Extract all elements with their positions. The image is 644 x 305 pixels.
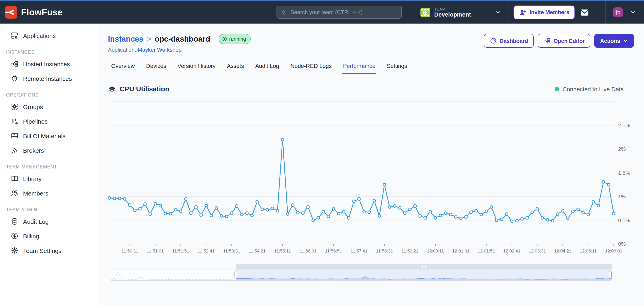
pie-chart-icon — [489, 37, 497, 44]
svg-text:12:02:41: 12:02:41 — [503, 249, 520, 254]
svg-text:11:54:21: 11:54:21 — [249, 249, 266, 254]
tab-node-red-logs[interactable]: Node-RED Logs — [290, 59, 332, 74]
svg-text:2.5%: 2.5% — [618, 122, 630, 128]
button-label: Open Editor — [554, 38, 585, 44]
top-navbar: FlowFuse TEAM: Development — [0, 1, 644, 23]
sidebar-item-pipelines[interactable]: Pipelines — [0, 114, 98, 128]
tab-overview[interactable]: Overview — [111, 59, 135, 74]
brush-track[interactable] — [110, 269, 612, 281]
svg-text:12:00:11: 12:00:11 — [427, 249, 444, 254]
svg-text:1%: 1% — [618, 194, 626, 200]
live-status-dot-icon — [555, 87, 559, 91]
sidebar-item-bill-of-materials[interactable]: Bill Of Materials — [0, 128, 98, 143]
tab-settings[interactable]: Settings — [386, 59, 408, 74]
members-icon — [10, 189, 18, 197]
sidebar-item-label: Applications — [23, 32, 56, 39]
svg-text:12:01:01: 12:01:01 — [452, 249, 470, 254]
billing-icon — [10, 232, 18, 240]
svg-text:0.5%: 0.5% — [618, 217, 630, 223]
team-switcher[interactable]: TEAM: Development — [420, 1, 504, 23]
svg-text:12:04:21: 12:04:21 — [554, 249, 572, 254]
tab-version-history[interactable]: Version History — [177, 59, 216, 74]
brush-drag-bar[interactable] — [236, 264, 612, 269]
header-actions: DashboardOpen EditorActions — [484, 34, 634, 48]
brush-left-handle[interactable] — [234, 272, 237, 278]
actions-button[interactable]: Actions — [594, 34, 634, 48]
tab-audit-log[interactable]: Audit Log — [255, 59, 280, 74]
team-settings-icon — [10, 247, 18, 255]
sidebar-item-billing[interactable]: Billing — [0, 229, 98, 243]
cpu-utilisation-chart: 0%0.5%1%1.5%2%2.5%11:50:1111:51:0111:51:… — [108, 97, 633, 259]
status-badge: running — [219, 34, 250, 44]
tab-assets[interactable]: Assets — [226, 59, 244, 74]
tab-performance[interactable]: Performance — [342, 59, 376, 74]
remote-instances-icon — [10, 74, 18, 82]
svg-text:11:55:11: 11:55:11 — [274, 249, 291, 254]
application-label: Application: — [108, 47, 136, 53]
sidebar-item-library[interactable]: Library — [0, 171, 98, 186]
team-name: Development — [434, 11, 471, 18]
sidebar-item-audit-log[interactable]: Audit Log — [0, 214, 98, 229]
svg-text:11:53:31: 11:53:31 — [223, 249, 240, 254]
dashboard-button[interactable]: Dashboard — [484, 34, 534, 48]
brokers-icon — [10, 146, 18, 154]
panel-title-label: CPU Utilisation — [120, 85, 170, 93]
svg-text:12:05:11: 12:05:11 — [580, 249, 597, 254]
app-window: FlowFuse TEAM: Development — [0, 0, 644, 305]
open-editor-icon — [543, 37, 550, 44]
library-icon — [10, 175, 18, 183]
notifications-button[interactable] — [580, 8, 590, 17]
svg-text:11:56:51: 11:56:51 — [325, 249, 342, 254]
team-identicon — [420, 7, 430, 17]
sidebar-item-label: Remote Instances — [23, 75, 72, 82]
brush-right-handle[interactable] — [609, 272, 612, 278]
sidebar-item-label: Hosted Instances — [23, 60, 70, 67]
invite-members-label: Invite Members — [530, 9, 570, 15]
application-line: Application: Mayker Workshop — [108, 47, 182, 53]
svg-text:11:57:41: 11:57:41 — [350, 249, 368, 254]
sidebar-item-hosted-instances[interactable]: Hosted Instances — [0, 56, 98, 71]
breadcrumb-separator: > — [147, 35, 151, 43]
breadcrumb-instances-link[interactable]: Instances — [108, 34, 143, 43]
user-plus-icon — [519, 9, 526, 16]
hosted-instances-icon — [10, 60, 18, 68]
user-menu-chevron-icon[interactable] — [630, 9, 636, 15]
user-avatar[interactable]: jp — [613, 7, 623, 17]
application-link[interactable]: Mayker Workshop — [138, 47, 182, 53]
mail-icon — [580, 8, 590, 17]
flowfuse-logo[interactable]: FlowFuse — [5, 1, 63, 23]
tab-bar: OverviewDevicesVersion HistoryAssetsAudi… — [98, 59, 644, 74]
chevron-down-icon — [623, 38, 628, 43]
search-input[interactable] — [290, 9, 398, 15]
sidebar-item-brokers[interactable]: Brokers — [0, 143, 98, 158]
button-label: Actions — [600, 38, 620, 44]
sidebar-item-groups[interactable]: Groups — [0, 99, 98, 114]
tab-devices[interactable]: Devices — [146, 59, 167, 74]
svg-text:11:58:31: 11:58:31 — [376, 249, 393, 254]
svg-text:11:52:41: 11:52:41 — [198, 249, 215, 254]
bill-of-materials-icon — [10, 132, 18, 140]
nav-divider — [571, 1, 571, 23]
sidebar-item-label: Bill Of Materials — [23, 132, 66, 139]
sidebar-item-remote-instances[interactable]: Remote Instances — [0, 71, 98, 86]
nav-divider — [415, 1, 415, 23]
sidebar-item-team-settings[interactable]: Team Settings — [0, 243, 98, 258]
svg-text:12:06:01: 12:06:01 — [605, 249, 622, 254]
team-search[interactable] — [276, 6, 402, 18]
invite-members-button[interactable]: Invite Members — [514, 5, 575, 19]
chevron-down-icon — [495, 9, 501, 15]
nav-divider — [605, 1, 606, 23]
open-editor-button[interactable]: Open Editor — [538, 34, 590, 48]
sidebar-item-label: Billing — [23, 233, 39, 239]
flowfuse-logo-icon — [5, 6, 18, 18]
svg-text:11:56:01: 11:56:01 — [300, 249, 316, 254]
brush-selection[interactable] — [236, 270, 612, 280]
sidebar-item-applications[interactable]: Applications — [0, 28, 98, 43]
team-label: TEAM: — [434, 7, 471, 11]
svg-text:2%: 2% — [618, 146, 626, 152]
svg-text:12:01:51: 12:01:51 — [478, 249, 495, 254]
pipelines-icon — [10, 117, 18, 125]
sidebar-item-members[interactable]: Members — [0, 186, 98, 200]
audit-log-icon — [10, 217, 18, 225]
sidebar-section-label: OPERATIONS — [0, 92, 98, 97]
